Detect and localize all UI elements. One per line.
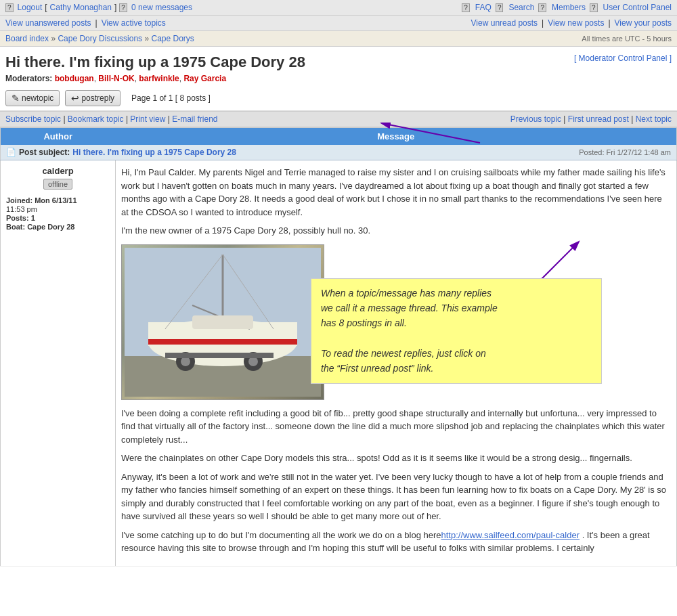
bookmark-topic-link[interactable]: Bookmark topic [68,114,124,124]
svg-rect-13 [165,353,274,358]
logout-icon: ? [5,3,14,12]
post-reply-button[interactable]: ↩ postreply [65,90,121,106]
message-cell: Hi, I'm Paul Calder. My parents Nigel an… [116,160,677,567]
joined-info: Joined: Mon 6/13/11 [6,196,110,204]
message-para-6: I've some catching up to do but I'm docu… [121,529,671,555]
post-icon: 📄 [6,148,16,157]
subject-left: 📄 Post subject: Hi there. I'm fixing up … [6,148,236,157]
next-topic-link[interactable]: Next topic [636,114,672,124]
second-nav-bar: View unanswered posts | View active topi… [0,16,677,31]
message-para-3: I've been doing a complete refit includi… [121,407,671,447]
annotation-line-1: When a topic/message has many replies [321,286,592,301]
second-nav-left: View unanswered posts | View active topi… [5,18,166,28]
message-para-4: Were the chainplates on other Cape Dory … [121,452,671,465]
sailfeed-link[interactable]: http://www.sailfeed.com/paul-calder [441,530,580,540]
new-messages-link[interactable]: 0 new messages [131,3,192,12]
previous-topic-link[interactable]: Previous topic [510,114,561,124]
author-name: calderp [6,166,110,176]
new-topic-icon: ✎ [12,93,20,104]
post-subject-link[interactable]: Hi there. I'm fixing up a 1975 Cape Dory… [72,148,236,157]
view-new-link[interactable]: View new posts [548,18,604,28]
author-column-header: Author [1,128,116,146]
mod-control-panel-link[interactable]: [ Moderator Control Panel ] [574,53,672,63]
annotation-line-2: we call it a message thread. This exampl… [321,301,592,315]
members-link[interactable]: Members [552,3,586,12]
view-unread-link[interactable]: View unread posts [471,18,538,28]
print-view-link[interactable]: Print view [130,114,165,124]
offline-badge: offline [43,179,72,190]
title-left: Hi there. I'm fixing up a 1975 Cape Dory… [5,53,305,83]
annotation-line-3: has 8 postings in all. [321,315,592,330]
members-icon: ? [538,3,546,12]
timezone-label: All times are UTC - 5 hours [582,35,672,43]
mod-barfwinkle[interactable]: barfwinkle [139,74,179,83]
title-row: Hi there. I'm fixing up a 1975 Cape Dory… [5,53,672,83]
view-your-link[interactable]: View your posts [615,18,672,28]
top-nav-bar: ? Logout [ Cathy Monaghan ] ? 0 new mess… [0,0,677,16]
message-para-2: I'm the new owner of a 1975 Cape Dory 28… [121,224,671,238]
message-para-1: Hi, I'm Paul Calder. My parents Nigel an… [121,166,671,219]
post-reply-icon: ↩ [71,93,79,104]
email-friend-link[interactable]: E-mail friend [172,114,217,124]
posts-info: Posts: 1 [6,214,110,222]
post-row: calderp offline Joined: Mon 6/13/11 11:5… [1,160,677,567]
view-unanswered-link[interactable]: View unanswered posts [5,18,91,28]
breadcrumb-board-index[interactable]: Board index [5,34,49,43]
annotation-box: When a topic/message has many replies we… [311,278,602,384]
post-time: Posted: Fri 1/27/12 1:48 am [579,148,671,156]
topic-actions-bar: Subscribe topic | Bookmark topic | Print… [0,111,677,127]
faq-icon: ? [462,3,470,12]
faq-link[interactable]: FAQ [475,3,492,12]
topic-actions-right: Previous topic | First unread post | Nex… [510,114,672,124]
mod-ray[interactable]: Ray Garcia [183,74,226,83]
svg-point-12 [248,357,258,366]
post-image-section: When a topic/message has many replies we… [121,244,671,400]
mod-bobdugan[interactable]: bobdugan [55,74,94,83]
svg-rect-14 [192,315,253,329]
author-cell: calderp offline Joined: Mon 6/13/11 11:5… [1,160,116,567]
message-para-5: Anyway, it's been a lot of work and we'r… [121,470,671,523]
mod-control: [ Moderator Control Panel ] [574,53,672,63]
page-title: Hi there. I'm fixing up a 1975 Cape Dory… [5,53,305,71]
post-subject-row: 📄 Post subject: Hi there. I'm fixing up … [1,145,677,160]
boat-image-placeholder [122,245,324,399]
first-unread-post-link[interactable]: First unread post [568,114,629,124]
annotation-line-6: the “First unread post” link. [321,361,592,376]
user-control-panel-link[interactable]: User Control Panel [603,3,672,12]
title-area: Hi there. I'm fixing up a 1975 Cape Dory… [0,47,677,86]
toolbar: ✎ newtopic ↩ postreply Page 1 of 1 [ 8 p… [0,86,677,111]
second-nav-right: View unread posts | View new posts | Vie… [471,18,672,28]
svg-point-10 [181,357,190,366]
breadcrumb-cape-dorys[interactable]: Cape Dorys [151,34,194,43]
breadcrumb-bar: Board index » Cape Dory Discussions » Ca… [0,31,677,47]
post-subject-cell: 📄 Post subject: Hi there. I'm fixing up … [1,145,676,160]
joined-time: 11:53 pm [6,205,110,213]
top-nav-right: ? FAQ ? Search ? Members ? User Control … [462,3,672,12]
new-topic-button[interactable]: ✎ newtopic [5,90,60,106]
svg-rect-4 [148,339,297,345]
author-meta: Joined: Mon 6/13/11 11:53 pm Posts: 1 Bo… [6,196,110,231]
moderators-line: Moderators: bobdugan, Bill-N-OK, barfwin… [5,74,305,83]
subscribe-topic-link[interactable]: Subscribe topic [5,114,61,124]
boat-info: Boat: Cape Dory 28 [6,223,110,231]
messages-icon: ? [119,3,127,12]
logout-link[interactable]: Logout [18,3,43,12]
message-body: Hi, I'm Paul Calder. My parents Nigel an… [121,166,671,555]
search-icon: ? [496,3,504,12]
breadcrumb-cape-dory-discussions[interactable]: Cape Dory Discussions [58,34,142,43]
boat-image [121,244,324,400]
breadcrumb: Board index » Cape Dory Discussions » Ca… [5,34,194,43]
annotation-line-5: To read the newest replies, just click o… [321,346,592,361]
top-nav-left: ? Logout [ Cathy Monaghan ] ? 0 new mess… [5,3,192,12]
page-info: Page 1 of 1 [ 8 posts ] [131,93,211,103]
view-active-link[interactable]: View active topics [102,18,166,28]
mod-bill[interactable]: Bill-N-OK [98,74,134,83]
post-table: Author Message 📄 Post subject: Hi there.… [0,127,677,567]
search-link[interactable]: Search [508,3,534,12]
ucp-icon: ? [590,3,598,12]
message-column-header: Message [116,128,677,146]
username-link[interactable]: Cathy Monaghan [50,3,112,12]
topic-actions-left: Subscribe topic | Bookmark topic | Print… [5,114,218,124]
